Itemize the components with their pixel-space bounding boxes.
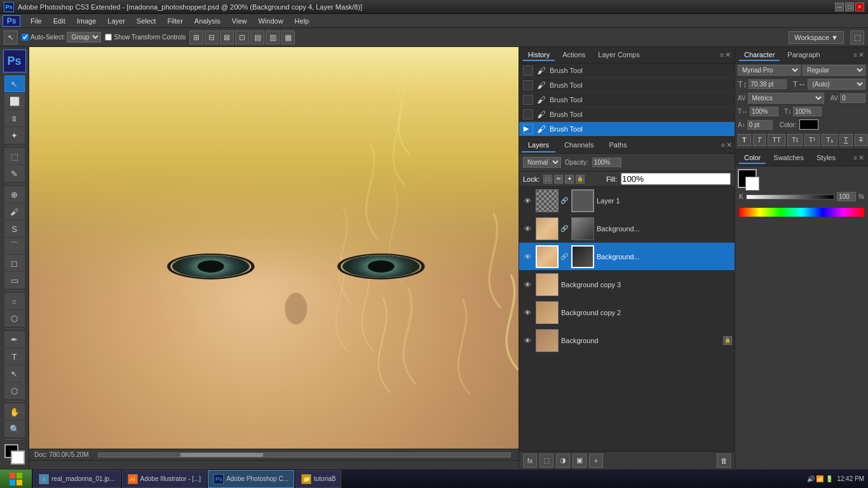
- font-family-select[interactable]: Myriad Pro: [738, 65, 801, 76]
- tab-character[interactable]: Character: [739, 50, 780, 61]
- lasso-tool[interactable]: ʬ: [4, 110, 25, 126]
- history-item[interactable]: 🖌 Brush Tool: [519, 78, 735, 93]
- minimize-button[interactable]: ─: [835, 3, 844, 11]
- window-controls[interactable]: ─ □ ✕: [835, 3, 864, 11]
- bold-btn[interactable]: T: [738, 134, 751, 146]
- show-transform-checkbox[interactable]: [105, 34, 112, 41]
- brush-tool[interactable]: 🖌: [4, 203, 25, 220]
- layer-visibility-toggle[interactable]: 👁: [522, 307, 533, 318]
- new-layer-btn[interactable]: +: [589, 454, 603, 468]
- color-picker[interactable]: [4, 444, 25, 464]
- menu-image[interactable]: Image: [72, 16, 102, 26]
- align-right-btn[interactable]: ⊠: [220, 30, 234, 44]
- opacity-input[interactable]: [592, 158, 621, 167]
- text-color-swatch[interactable]: [799, 119, 818, 130]
- k-value-input[interactable]: [837, 192, 856, 201]
- tab-layer-comps[interactable]: Layer Comps: [593, 50, 644, 61]
- blur-tool[interactable]: ○: [4, 293, 25, 309]
- tab-actions[interactable]: Actions: [557, 50, 590, 61]
- align-bottom-btn[interactable]: ▥: [266, 30, 280, 44]
- autoselect-select[interactable]: Group Layer: [67, 32, 101, 43]
- color-panel-menu[interactable]: ≡: [853, 154, 857, 161]
- tab-channels[interactable]: Channels: [558, 139, 600, 152]
- fill-input[interactable]: [621, 173, 731, 185]
- panel-toggle-btn[interactable]: ⬚: [850, 30, 864, 44]
- close-button[interactable]: ✕: [855, 3, 864, 11]
- tab-layers[interactable]: Layers: [522, 139, 555, 152]
- history-panel-menu[interactable]: ≡: [720, 51, 724, 58]
- tab-styles[interactable]: Styles: [811, 152, 841, 164]
- tab-paragraph[interactable]: Paragraph: [782, 50, 825, 61]
- crop-tool[interactable]: ⬚: [4, 148, 25, 165]
- tab-color[interactable]: Color: [739, 152, 766, 164]
- background-color[interactable]: [11, 451, 25, 464]
- align-left-btn[interactable]: ⊞: [189, 30, 203, 44]
- magic-wand-tool[interactable]: ✦: [4, 127, 25, 144]
- bg-color-swatch[interactable]: [745, 177, 759, 191]
- pen-tool[interactable]: ✒: [4, 331, 25, 348]
- menu-view[interactable]: View: [227, 16, 252, 26]
- sub-btn[interactable]: T₁: [822, 134, 837, 146]
- metrics-select[interactable]: Metrics: [748, 93, 825, 104]
- align-middle-btn[interactable]: ▤: [250, 30, 264, 44]
- scroll-indicator[interactable]: [98, 452, 511, 458]
- layer-visibility-toggle[interactable]: 👁: [522, 335, 533, 346]
- canvas-area[interactable]: Doc: 780.0K/5.20M: [29, 47, 519, 469]
- lock-position-btn[interactable]: ✦: [565, 175, 574, 184]
- history-brush-tool[interactable]: ⌒: [4, 238, 25, 254]
- distribute-btn[interactable]: ▦: [281, 30, 295, 44]
- char-panel-menu[interactable]: ≡: [853, 51, 857, 58]
- smallcaps-btn[interactable]: Tt: [787, 134, 803, 146]
- layer-item-background[interactable]: 👁 Background 🔒: [519, 327, 735, 355]
- history-item[interactable]: 🖌 Brush Tool: [519, 107, 735, 122]
- tab-paths[interactable]: Paths: [603, 139, 634, 152]
- hscale-input[interactable]: [750, 107, 778, 116]
- italic-btn[interactable]: T: [753, 134, 766, 146]
- history-panel-close[interactable]: ✕: [725, 51, 731, 59]
- menu-filter[interactable]: Filter: [162, 16, 187, 26]
- workspace-button[interactable]: Workspace ▼: [789, 31, 844, 44]
- baseline-input[interactable]: [747, 120, 773, 130]
- menu-edit[interactable]: Edit: [48, 16, 71, 26]
- k-slider[interactable]: [746, 194, 834, 200]
- menu-file[interactable]: File: [25, 16, 47, 26]
- menu-analysis[interactable]: Analysis: [189, 16, 226, 26]
- lock-transparent-btn[interactable]: ⬚: [543, 175, 552, 184]
- eyedropper-tool[interactable]: ✎: [4, 165, 25, 182]
- new-group-btn[interactable]: ▣: [573, 454, 587, 468]
- tab-swatches[interactable]: Swatches: [768, 152, 809, 164]
- history-item[interactable]: 🖌 Brush Tool: [519, 93, 735, 107]
- color-panel-close[interactable]: ✕: [858, 154, 864, 162]
- blend-mode-select[interactable]: Normal Multiply Screen: [523, 157, 561, 168]
- move-tool-icon[interactable]: ↖: [4, 30, 18, 44]
- char-panel-close[interactable]: ✕: [858, 51, 864, 59]
- dodge-tool[interactable]: ⬡: [4, 310, 25, 327]
- vscale-input[interactable]: [793, 107, 822, 116]
- healing-tool[interactable]: ⊕: [4, 186, 25, 203]
- layer-visibility-toggle[interactable]: 👁: [522, 223, 533, 234]
- add-mask-btn[interactable]: ⬚: [539, 454, 553, 468]
- new-adjustment-btn[interactable]: ◑: [556, 454, 570, 468]
- menu-select[interactable]: Select: [132, 16, 161, 26]
- taskbar-item-illustrator[interactable]: Ai Adobe Illustrator - [...]: [122, 470, 207, 488]
- color-spectrum-bar[interactable]: [739, 208, 864, 217]
- shape-tool[interactable]: ⬡: [4, 383, 25, 399]
- text-tool[interactable]: T: [4, 348, 25, 365]
- layer-item-active[interactable]: 👁 🔗 Background...: [519, 243, 735, 271]
- lock-pixels-btn[interactable]: ✏: [554, 175, 563, 184]
- move-tool[interactable]: ↖: [4, 76, 25, 92]
- history-item-active[interactable]: ▶ 🖌 Brush Tool: [519, 122, 735, 137]
- start-button[interactable]: [0, 470, 32, 489]
- menu-layer[interactable]: Layer: [102, 16, 130, 26]
- autoselect-checkbox[interactable]: [22, 34, 29, 41]
- eraser-tool[interactable]: ◻: [4, 255, 25, 271]
- allcaps-btn[interactable]: TT: [768, 134, 785, 146]
- layer-visibility-toggle[interactable]: 👁: [522, 251, 533, 262]
- fg-color-swatch[interactable]: [738, 169, 757, 188]
- history-item[interactable]: 🖌 Brush Tool: [519, 64, 735, 78]
- layer-item[interactable]: 👁 Background copy 2: [519, 299, 735, 327]
- tab-history[interactable]: History: [523, 50, 555, 61]
- taskbar-item-tutorial[interactable]: 📁 tutoriaB: [295, 470, 341, 488]
- under-btn[interactable]: T: [839, 134, 853, 146]
- layer-item[interactable]: 👁 🔗 Layer 1: [519, 187, 735, 215]
